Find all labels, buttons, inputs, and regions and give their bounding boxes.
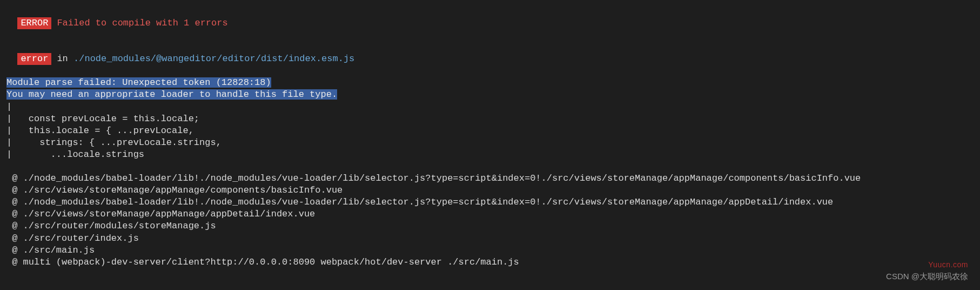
blank-line [6,161,974,173]
module-parse-error-line1: Module parse failed: Unexpected token (1… [6,77,974,89]
error-location-line: errorin ./node_modules/@wangeditor/edito… [6,41,974,65]
stack-trace-line: @ ./node_modules/babel-loader/lib!./node… [6,173,974,184]
code-context-line: | strings: { ...prevLocale.strings, [6,137,974,149]
module-parse-error-line2: You may need an appropriate loader to ha… [6,89,974,101]
code-context-line: | const prevLocale = this.locale; [6,113,974,125]
blank-line [6,29,974,41]
stack-trace-line: @ ./src/views/storeManage/appManage/appD… [6,208,974,220]
stack-trace-line: @ ./src/views/storeManage/appManage/comp… [6,184,974,196]
author-watermark: CSDN @大聪明码农徐 [886,271,968,282]
compile-error-message: Failed to compile with 1 errors [57,18,227,28]
selected-text[interactable]: Module parse failed: Unexpected token (1… [6,77,271,88]
site-watermark: Yuucn.com [928,260,968,269]
selected-text[interactable]: You may need an appropriate loader to ha… [6,89,337,100]
error-badge-large: ERROR [17,17,51,29]
stack-trace-line: @ multi (webpack)-dev-server/client?http… [6,256,974,268]
error-badge-small: error [17,53,51,65]
stack-trace-line: @ ./node_modules/babel-loader/lib!./node… [6,196,974,208]
code-context-line: | ...locale.strings [6,149,974,161]
code-context-line: | [6,101,974,113]
code-context-line: | this.locale = { ...prevLocale, [6,125,974,137]
compile-error-header: ERRORFailed to compile with 1 errors [6,5,974,29]
stack-trace-line: @ ./src/main.js [6,245,974,256]
stack-trace-line: @ ./src/router/index.js [6,233,974,245]
blank-line [6,65,974,77]
error-file-path: ./node_modules/@wangeditor/editor/dist/i… [73,54,354,64]
in-text: in [57,54,73,64]
stack-trace-line: @ ./src/router/modules/storeManage.js [6,220,974,232]
